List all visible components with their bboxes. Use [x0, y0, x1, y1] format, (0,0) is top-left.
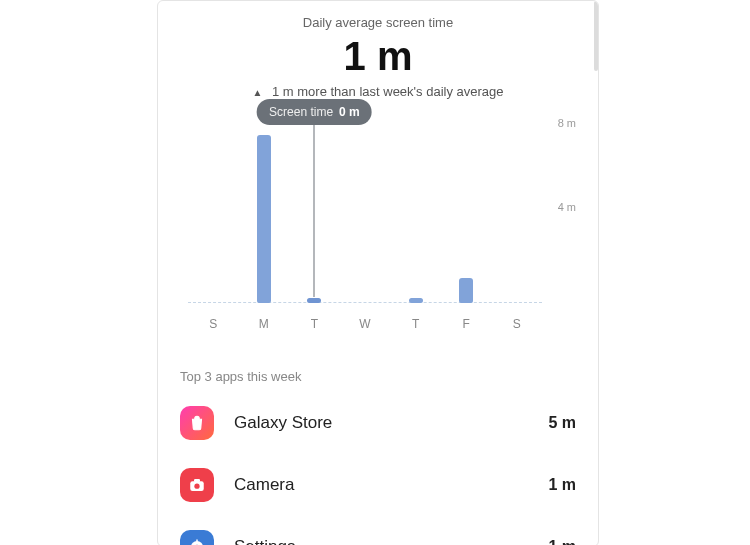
triangle-up-icon: ▲ — [252, 87, 262, 98]
scroll-handle[interactable] — [594, 1, 598, 71]
chart-x-label: T — [289, 317, 340, 331]
chart-x-labels: SMTWTFS — [188, 317, 542, 331]
screen-time-card: Daily average screen time 1 m ▲ 1 m more… — [157, 0, 599, 545]
tooltip-value: 0 m — [339, 105, 360, 119]
chart-bar-slot[interactable] — [188, 135, 239, 303]
chart-bar[interactable] — [459, 278, 473, 303]
chart-x-label: M — [239, 317, 290, 331]
daily-average-value: 1 m — [158, 34, 598, 78]
app-name: Settings — [234, 537, 548, 545]
svg-point-1 — [194, 484, 199, 489]
chart-bar-slot[interactable] — [289, 135, 340, 303]
chart-tooltip: Screen time0 m — [257, 99, 372, 125]
chart-bar-slot[interactable] — [239, 135, 290, 303]
tooltip-label: Screen time — [269, 105, 333, 119]
chart-bar-slot[interactable] — [340, 135, 391, 303]
chart-bar-slot[interactable] — [390, 135, 441, 303]
chart-bars — [188, 135, 542, 303]
chart-x-label: F — [441, 317, 492, 331]
chart-x-label: W — [340, 317, 391, 331]
chart-x-label: S — [491, 317, 542, 331]
top-apps-label: Top 3 apps this week — [180, 369, 576, 384]
top-apps-list: Galaxy Store5 mCamera1 mSettings1 m — [158, 392, 598, 545]
chart-ytick: 4 m — [558, 201, 576, 213]
app-row[interactable]: Galaxy Store5 m — [158, 392, 598, 454]
svg-rect-2 — [194, 479, 200, 482]
chart-bar[interactable] — [307, 298, 321, 303]
chart-x-label: T — [390, 317, 441, 331]
app-time: 5 m — [548, 414, 576, 432]
settings-icon — [180, 530, 214, 545]
app-name: Camera — [234, 475, 548, 495]
chart-bar-slot[interactable] — [491, 135, 542, 303]
chart-bar[interactable] — [257, 135, 271, 303]
app-time: 1 m — [548, 476, 576, 494]
chart-bar-slot[interactable] — [441, 135, 492, 303]
store-icon — [180, 406, 214, 440]
delta-text: 1 m more than last week's daily average — [272, 84, 504, 99]
chart-ytick: 8 m — [558, 117, 576, 129]
chart-bar[interactable] — [409, 298, 423, 303]
header-title: Daily average screen time — [158, 15, 598, 30]
app-time: 1 m — [548, 538, 576, 545]
chart-plot: 4 m8 m — [188, 135, 542, 303]
app-row[interactable]: Settings1 m — [158, 516, 598, 545]
chart-x-label: S — [188, 317, 239, 331]
delta-row: ▲ 1 m more than last week's daily averag… — [158, 84, 598, 99]
app-name: Galaxy Store — [234, 413, 548, 433]
screen-time-chart[interactable]: 4 m8 m SMTWTFS Screen time0 m — [178, 135, 578, 335]
app-row[interactable]: Camera1 m — [158, 454, 598, 516]
camera-icon — [180, 468, 214, 502]
